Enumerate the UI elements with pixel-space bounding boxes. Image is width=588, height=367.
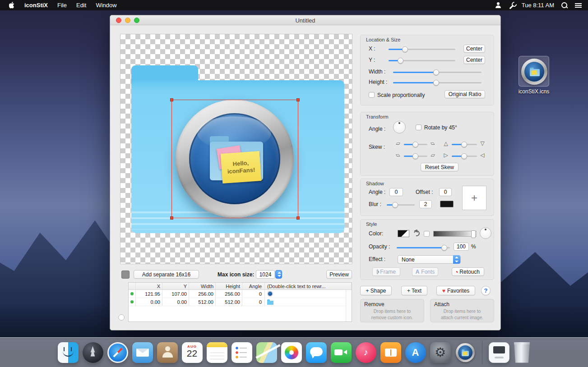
opacity-knob[interactable] (441, 245, 447, 251)
user-menu-extra-icon[interactable] (495, 2, 501, 8)
dock-item-mail[interactable] (132, 342, 153, 363)
skew-h-slider[interactable] (404, 144, 427, 145)
rotate-45-checkbox[interactable] (416, 124, 421, 130)
gradient-bar[interactable] (433, 231, 477, 237)
header-angle[interactable]: Angle (242, 283, 265, 289)
header-x[interactable]: X (136, 283, 162, 289)
wrench-menu-extra-icon[interactable] (508, 2, 514, 9)
selection-handle-top-right[interactable] (296, 98, 300, 101)
desktop-file-iconstix[interactable]: iconStiX.icns (515, 56, 553, 95)
header-width[interactable]: Width (189, 283, 216, 289)
shadow-blur-slider[interactable] (387, 204, 415, 206)
x-slider-knob[interactable] (402, 46, 408, 52)
selection-rectangle[interactable] (171, 100, 298, 218)
dock-item-app-store[interactable]: A (405, 342, 426, 363)
app-menu-title[interactable]: iconStiX (24, 2, 48, 9)
max-icon-size-field[interactable] (256, 270, 275, 279)
dock-item-safari[interactable] (107, 342, 128, 363)
header-y[interactable]: Y (162, 283, 189, 289)
header-height[interactable]: Height (216, 283, 242, 289)
skew-v-slider[interactable] (404, 156, 427, 157)
remove-dropzone[interactable]: Remove Drop items here to remove custom … (360, 299, 424, 322)
preview-button[interactable]: Preview (326, 270, 352, 279)
dock-item-messages[interactable] (306, 342, 327, 363)
gradient-angle-dial[interactable] (480, 227, 491, 239)
table-row[interactable]: 0.00 0.00 512.00 512.00 0 (129, 298, 352, 306)
background-color-well[interactable] (121, 271, 130, 279)
max-icon-size-stepper[interactable] (275, 270, 282, 279)
dock-item-ibooks[interactable] (380, 342, 401, 363)
add-shape-button[interactable]: + Shape (360, 286, 392, 295)
spotlight-search-icon[interactable] (561, 2, 568, 9)
notification-center-icon[interactable] (575, 3, 582, 8)
corner-widget[interactable] (118, 314, 125, 321)
width-slider-knob[interactable] (433, 69, 439, 75)
dock-item-calendar[interactable]: AUG 22 (182, 342, 203, 363)
menu-window[interactable]: Window (96, 2, 116, 9)
y-center-button[interactable]: Center (463, 56, 485, 64)
table-scrollbar[interactable] (346, 290, 352, 321)
dock-item-notes[interactable] (207, 342, 227, 363)
rotation-dial[interactable] (393, 121, 406, 133)
shadow-angle-field[interactable] (389, 188, 403, 196)
dock-item-reminders[interactable] (231, 342, 252, 363)
perspective-h-knob[interactable] (461, 153, 467, 159)
apple-menu-icon[interactable] (9, 2, 15, 9)
selection-handle-bottom-left[interactable] (170, 216, 173, 220)
favorites-button[interactable]: ♥ Favorites (436, 286, 475, 295)
skew-h-knob[interactable] (412, 142, 418, 147)
scale-proportionally-checkbox[interactable] (369, 92, 375, 98)
shadow-color-well[interactable] (440, 201, 454, 207)
height-slider[interactable] (393, 82, 482, 83)
shadow-preview[interactable]: + (462, 186, 486, 210)
x-position-slider[interactable] (389, 49, 455, 50)
dock-item-itunes[interactable]: ♪ (356, 342, 376, 363)
selection-handle-bottom-right[interactable] (296, 216, 300, 220)
fonts-button[interactable]: A Fonts (412, 267, 438, 276)
dock-item-system-preferences[interactable]: ⚙ (430, 342, 451, 363)
table-row[interactable]: 121.95 107.00 256.00 256.00 0 (129, 290, 352, 298)
x-center-button[interactable]: Center (463, 45, 485, 53)
selection-handle-top-left[interactable] (170, 98, 173, 101)
menu-edit[interactable]: Edit (76, 2, 86, 9)
dock-item-finder[interactable] (58, 342, 79, 363)
dock-item-contacts[interactable] (157, 342, 178, 363)
frame-button[interactable]: Frame (372, 267, 400, 276)
dock-item-trash[interactable] (514, 342, 531, 363)
y-slider-knob[interactable] (398, 58, 403, 64)
add-separate-button[interactable]: Add separate 16x16 (134, 270, 199, 279)
attach-dropzone[interactable]: Attach Drop items here to attach current… (430, 299, 494, 322)
help-button[interactable]: ? (481, 286, 491, 295)
menu-bar-clock[interactable]: Tue 8:11 AM (522, 2, 554, 9)
perspective-v-knob[interactable] (461, 142, 467, 147)
fill-color-well[interactable] (398, 230, 409, 237)
dock-item-photos[interactable] (281, 342, 302, 363)
perspective-v-slider[interactable] (452, 144, 477, 145)
shadow-blur-field[interactable] (419, 200, 432, 208)
shadow-blur-knob[interactable] (392, 202, 398, 208)
refresh-color-icon[interactable] (413, 229, 421, 238)
add-text-button[interactable]: + Text (401, 286, 427, 295)
window-titlebar[interactable]: Untitled (110, 15, 500, 25)
dock-item-document-app[interactable] (489, 342, 509, 363)
height-slider-knob[interactable] (433, 80, 439, 86)
header-text[interactable]: (Double-click text to rewr... (265, 283, 352, 289)
dock-item-iconstix[interactable] (455, 342, 476, 363)
desktop-file-icon-image[interactable] (519, 56, 549, 87)
effect-dropdown[interactable]: None (398, 255, 461, 264)
original-ratio-button[interactable]: Original Ratio (444, 90, 485, 98)
dock-item-maps[interactable] (256, 342, 277, 363)
menu-file[interactable]: File (57, 2, 67, 9)
opacity-slider[interactable] (397, 247, 450, 248)
shadow-offset-field[interactable] (439, 188, 452, 196)
perspective-h-slider[interactable] (452, 156, 477, 157)
gradient-checkbox[interactable] (424, 231, 430, 237)
icon-canvas[interactable]: Hello, iconFans! (120, 34, 352, 264)
dock-item-facetime[interactable] (331, 342, 352, 363)
retouch-button[interactable]: Retouch (452, 267, 484, 276)
dock-item-launchpad[interactable] (83, 342, 103, 363)
opacity-field[interactable] (454, 243, 469, 251)
width-slider[interactable] (393, 72, 482, 73)
y-position-slider[interactable] (389, 60, 455, 61)
skew-v-knob[interactable] (412, 153, 418, 159)
